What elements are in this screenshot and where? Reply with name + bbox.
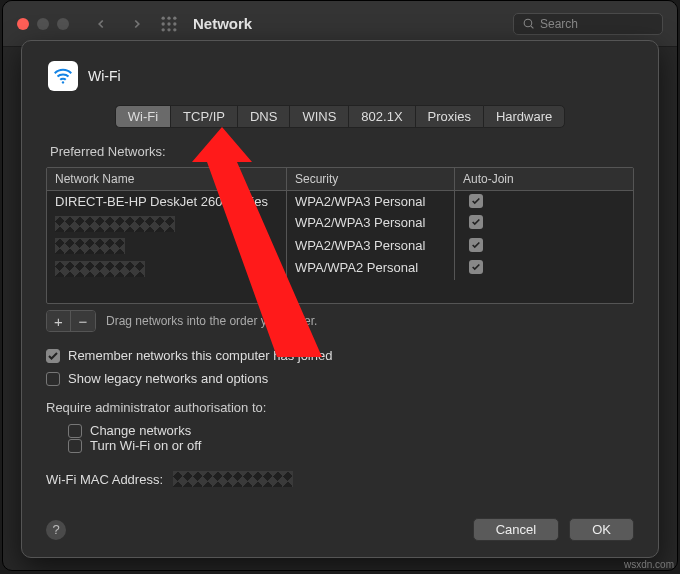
svg-point-2 (173, 16, 176, 19)
tab-wins[interactable]: WINS (289, 105, 348, 128)
mac-address-value (173, 471, 293, 487)
require-option-label: Change networks (90, 423, 191, 438)
preferred-networks-label: Preferred Networks: (50, 144, 634, 159)
mac-address-label: Wi-Fi MAC Address: (46, 472, 163, 487)
autojoin-checkbox[interactable] (469, 194, 483, 208)
svg-point-0 (162, 16, 165, 19)
svg-point-5 (173, 22, 176, 25)
require-option-checkbox[interactable] (68, 439, 82, 453)
search-field[interactable]: Search (513, 13, 663, 35)
tab-bar: Wi-FiTCP/IPDNSWINS802.1XProxiesHardware (42, 105, 638, 128)
show-legacy-label: Show legacy networks and options (68, 371, 268, 386)
autojoin-checkbox[interactable] (469, 260, 483, 274)
svg-point-7 (167, 28, 170, 31)
svg-line-10 (531, 26, 533, 28)
svg-point-4 (167, 22, 170, 25)
tab-8021x[interactable]: 802.1X (348, 105, 414, 128)
column-header-security[interactable]: Security (287, 168, 455, 190)
help-button[interactable]: ? (46, 520, 66, 540)
svg-point-8 (173, 28, 176, 31)
tab-wifi[interactable]: Wi-Fi (115, 105, 170, 128)
add-network-button[interactable]: + (47, 311, 71, 331)
network-name (47, 235, 287, 258)
remove-network-button[interactable]: − (71, 311, 95, 331)
forward-button[interactable] (123, 10, 151, 38)
network-security: WPA2/WPA3 Personal (287, 212, 455, 235)
ok-button[interactable]: OK (569, 518, 634, 541)
svg-point-9 (524, 19, 532, 27)
search-placeholder: Search (540, 17, 578, 31)
network-row[interactable]: WPA2/WPA3 Personal (47, 235, 633, 258)
column-header-autojoin[interactable]: Auto-Join (455, 168, 633, 190)
wifi-settings-sheet: Wi-Fi Wi-FiTCP/IPDNSWINS802.1XProxiesHar… (21, 40, 659, 558)
network-name (47, 257, 287, 280)
add-remove-control: + − (46, 310, 96, 332)
maximize-window-icon[interactable] (57, 18, 69, 30)
apps-grid-icon[interactable] (159, 14, 179, 34)
preferred-networks-table: Network Name Security Auto-Join DIRECT-B… (46, 167, 634, 304)
tab-tcpip[interactable]: TCP/IP (170, 105, 237, 128)
remember-networks-label: Remember networks this computer has join… (68, 348, 332, 363)
drag-hint: Drag networks into the order you prefer. (106, 314, 317, 328)
network-row[interactable]: WPA2/WPA3 Personal (47, 212, 633, 235)
tab-dns[interactable]: DNS (237, 105, 289, 128)
cancel-button[interactable]: Cancel (473, 518, 559, 541)
svg-point-1 (167, 16, 170, 19)
back-button[interactable] (87, 10, 115, 38)
network-security: WPA2/WPA3 Personal (287, 191, 455, 212)
require-option-label: Turn Wi-Fi on or off (90, 438, 201, 453)
network-row[interactable]: WPA/WPA2 Personal (47, 257, 633, 280)
require-admin-label: Require administrator authorisation to: (46, 400, 634, 415)
autojoin-checkbox[interactable] (469, 215, 483, 229)
show-legacy-checkbox[interactable] (46, 372, 60, 386)
svg-point-6 (162, 28, 165, 31)
tab-proxies[interactable]: Proxies (415, 105, 483, 128)
require-option-checkbox[interactable] (68, 424, 82, 438)
network-name: DIRECT-BE-HP DeskJet 2600 series (47, 191, 287, 212)
watermark: wsxdn.com (624, 559, 674, 570)
network-name (47, 212, 287, 235)
window-traffic-lights (17, 18, 69, 30)
close-window-icon[interactable] (17, 18, 29, 30)
autojoin-checkbox[interactable] (469, 238, 483, 252)
network-security: WPA2/WPA3 Personal (287, 235, 455, 258)
tab-hardware[interactable]: Hardware (483, 105, 565, 128)
remember-networks-checkbox[interactable] (46, 349, 60, 363)
column-header-name[interactable]: Network Name (47, 168, 287, 190)
network-security: WPA/WPA2 Personal (287, 257, 455, 280)
svg-point-11 (62, 81, 64, 83)
minimize-window-icon[interactable] (37, 18, 49, 30)
sheet-title: Wi-Fi (88, 68, 121, 84)
wifi-icon (48, 61, 78, 91)
window-title: Network (193, 15, 252, 32)
network-row[interactable]: DIRECT-BE-HP DeskJet 2600 seriesWPA2/WPA… (47, 191, 633, 212)
svg-point-3 (162, 22, 165, 25)
search-icon (522, 17, 535, 30)
